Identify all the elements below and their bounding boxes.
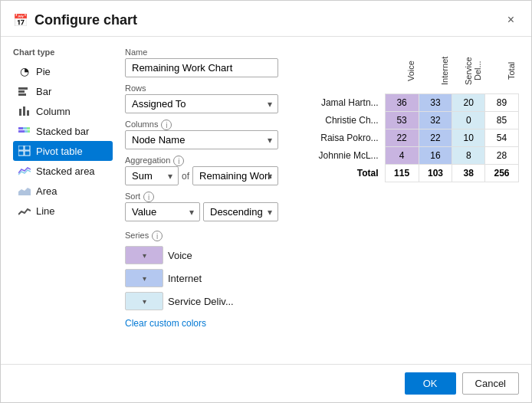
row-label-3: Johnnie McL... xyxy=(291,146,385,164)
line-icon xyxy=(18,204,31,218)
dialog-footer: OK Cancel xyxy=(1,364,531,402)
ok-button[interactable]: OK xyxy=(405,372,456,395)
chart-type-stacked-bar[interactable]: Stacked bar xyxy=(13,121,113,141)
aggregation-field-group: Aggregation i Sum of Remaining Work xyxy=(125,156,278,185)
bar-label: Bar xyxy=(36,86,51,97)
series-name-internet: Internet xyxy=(168,273,202,284)
svg-rect-12 xyxy=(18,146,24,150)
aggregation-func-select[interactable]: Sum xyxy=(125,166,179,185)
svg-rect-14 xyxy=(18,151,24,156)
svg-rect-13 xyxy=(25,146,30,150)
series-color-internet[interactable]: ▾ xyxy=(125,269,163,287)
cell-0-3: 89 xyxy=(485,93,519,111)
aggregation-field-select[interactable]: Remaining Work xyxy=(192,166,278,185)
series-chevron-internet: ▾ xyxy=(143,274,146,283)
pivot-icon xyxy=(18,144,31,158)
cancel-button[interactable]: Cancel xyxy=(462,372,519,395)
dialog-body: Chart type ◔ Pie Bar Column xyxy=(1,37,531,364)
cell-1-0: 53 xyxy=(385,111,419,129)
aggregation-label: Aggregation xyxy=(125,156,170,165)
columns-label: Columns xyxy=(125,120,158,129)
pie-icon: ◔ xyxy=(18,64,31,78)
pivot-table: Voice Internet Service Del... Total Jama… xyxy=(291,48,519,182)
aggregation-label-row: Aggregation i xyxy=(125,156,278,166)
configure-chart-dialog: 📅 Configure chart × Chart type ◔ Pie Bar xyxy=(0,0,532,403)
cell-1-2: 0 xyxy=(452,111,485,129)
series-color-voice[interactable]: ▾ xyxy=(125,246,163,264)
cell-1-3: 85 xyxy=(485,111,519,129)
chart-type-area[interactable]: Area xyxy=(13,181,113,201)
chart-type-bar[interactable]: Bar xyxy=(13,81,113,101)
total-label: Total xyxy=(291,164,385,182)
series-name-service: Service Deliv... xyxy=(168,296,234,307)
close-button[interactable]: × xyxy=(503,11,519,28)
aggregation-row: Sum of Remaining Work xyxy=(125,166,278,185)
cell-3-3: 28 xyxy=(485,146,519,164)
series-name-voice: Voice xyxy=(168,250,192,261)
svg-rect-3 xyxy=(19,109,21,116)
table-row: Jamal Hartn... 36 33 20 89 xyxy=(291,93,519,111)
row-label-2: Raisa Pokro... xyxy=(291,129,385,146)
aggregation-of-label: of xyxy=(182,171,189,182)
name-field-group: Name xyxy=(125,48,278,77)
chart-type-panel: Chart type ◔ Pie Bar Column xyxy=(13,48,113,353)
cell-2-1: 22 xyxy=(419,129,452,146)
sort-label: Sort xyxy=(125,192,140,201)
pie-label: Pie xyxy=(36,66,51,77)
cell-3-2: 8 xyxy=(452,146,485,164)
svg-rect-1 xyxy=(18,90,25,93)
chart-type-list: ◔ Pie Bar Column xyxy=(13,61,113,221)
svg-rect-9 xyxy=(18,130,25,133)
series-label: Series xyxy=(125,231,149,240)
series-item-voice: ▾ Voice xyxy=(125,246,278,264)
cell-3-0: 4 xyxy=(385,146,419,164)
total-3: 256 xyxy=(485,164,519,182)
table-row: Raisa Pokro... 22 22 10 54 xyxy=(291,129,519,146)
table-col-internet: Internet xyxy=(419,48,452,93)
sort-order-select[interactable]: Descending xyxy=(203,202,278,221)
series-info-icon[interactable]: i xyxy=(152,231,163,241)
total-0: 115 xyxy=(385,164,419,182)
line-label: Line xyxy=(36,205,55,217)
chart-type-stacked-area[interactable]: Stacked area xyxy=(13,161,113,181)
chart-type-pivot[interactable]: Pivot table xyxy=(13,141,113,161)
table-row: Christie Ch... 53 32 0 85 xyxy=(291,111,519,129)
stacked-area-icon xyxy=(18,164,31,178)
svg-rect-15 xyxy=(25,151,30,156)
table-col-voice: Voice xyxy=(385,48,419,93)
chart-type-line[interactable]: Line xyxy=(13,201,113,221)
chart-type-column[interactable]: Column xyxy=(13,101,113,121)
sort-info-icon[interactable]: i xyxy=(143,192,154,202)
stacked-area-label: Stacked area xyxy=(36,165,95,177)
series-section: Series i ▾ Voice ▾ Internet xyxy=(125,231,278,329)
svg-rect-2 xyxy=(18,93,26,96)
bar-icon xyxy=(18,84,31,98)
total-2: 38 xyxy=(452,164,485,182)
svg-rect-7 xyxy=(23,127,27,129)
table-col-total: Total xyxy=(485,48,519,93)
rows-field-group: Rows Assigned To xyxy=(125,84,278,113)
chart-type-pie[interactable]: ◔ Pie xyxy=(13,61,113,81)
table-row: Johnnie McL... 4 16 8 28 xyxy=(291,146,519,164)
clear-custom-colors-link[interactable]: Clear custom colors xyxy=(125,318,206,329)
columns-info-icon[interactable]: i xyxy=(161,120,172,130)
name-input[interactable] xyxy=(125,58,278,77)
rows-select[interactable]: Assigned To xyxy=(125,94,278,113)
columns-select[interactable]: Node Name xyxy=(125,130,278,149)
cell-2-2: 10 xyxy=(452,129,485,146)
column-icon xyxy=(18,104,31,118)
svg-rect-10 xyxy=(25,130,28,133)
series-item-internet: ▾ Internet xyxy=(125,269,278,287)
sort-field-group: Sort i Value Descending xyxy=(125,192,278,221)
aggregation-info-icon[interactable]: i xyxy=(173,156,184,166)
sort-field-select[interactable]: Value xyxy=(125,202,200,221)
dialog-header: 📅 Configure chart × xyxy=(1,1,531,37)
pivot-label: Pivot table xyxy=(36,146,83,157)
rows-label: Rows xyxy=(125,84,278,93)
table-row-header xyxy=(291,48,385,93)
cell-0-2: 20 xyxy=(452,93,485,111)
series-color-service[interactable]: ▾ xyxy=(125,292,163,310)
cell-0-1: 33 xyxy=(419,93,452,111)
stacked-bar-label: Stacked bar xyxy=(36,126,89,137)
series-chevron-service: ▾ xyxy=(143,297,146,306)
